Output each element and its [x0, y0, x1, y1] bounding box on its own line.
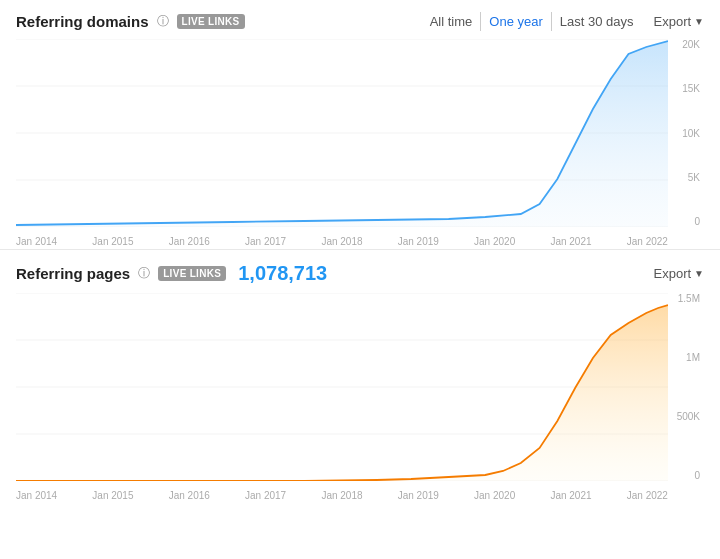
domains-area-fill — [16, 41, 668, 227]
domains-svg — [16, 39, 668, 227]
referring-domains-section: Referring domains ⓘ LIVE LINKS All time … — [0, 0, 720, 250]
filter-last-30-days[interactable]: Last 30 days — [552, 12, 642, 31]
pages-export-arrow-icon: ▼ — [694, 268, 704, 279]
pages-live-links-badge: LIVE LINKS — [158, 266, 226, 281]
referring-pages-count: 1,078,713 — [238, 262, 327, 285]
export-arrow-icon: ▼ — [694, 16, 704, 27]
domains-x-axis: Jan 2014 Jan 2015 Jan 2016 Jan 2017 Jan … — [16, 234, 668, 249]
title-group: Referring domains ⓘ LIVE LINKS — [16, 13, 245, 30]
pages-title-group: Referring pages ⓘ LIVE LINKS 1,078,713 — [16, 262, 327, 285]
pages-svg — [16, 293, 668, 481]
export-button-domains[interactable]: Export ▼ — [654, 14, 704, 29]
live-links-badge: LIVE LINKS — [177, 14, 245, 29]
domains-y-axis: 20K 15K 10K 5K 0 — [672, 39, 700, 227]
filter-one-year[interactable]: One year — [481, 12, 551, 31]
pages-chart-area — [16, 293, 668, 481]
referring-domains-header: Referring domains ⓘ LIVE LINKS All time … — [16, 12, 704, 31]
export-button-pages[interactable]: Export ▼ — [654, 266, 704, 281]
domains-chart-area — [16, 39, 668, 227]
time-filters: All time One year Last 30 days — [422, 12, 642, 31]
referring-pages-section: Referring pages ⓘ LIVE LINKS 1,078,713 E… — [0, 250, 720, 503]
referring-domains-chart: 20K 15K 10K 5K 0 Jan 2014 Jan 2015 Jan 2… — [16, 39, 704, 249]
info-icon[interactable]: ⓘ — [157, 13, 169, 30]
filter-all-time[interactable]: All time — [422, 12, 482, 31]
referring-domains-title: Referring domains — [16, 13, 149, 30]
referring-pages-title: Referring pages — [16, 265, 130, 282]
pages-area-fill — [16, 305, 668, 481]
referring-pages-chart: 1.5M 1M 500K 0 Jan 2014 Jan 2015 Jan 201… — [16, 293, 704, 503]
pages-y-axis: 1.5M 1M 500K 0 — [672, 293, 700, 481]
pages-x-axis: Jan 2014 Jan 2015 Jan 2016 Jan 2017 Jan … — [16, 488, 668, 503]
pages-info-icon[interactable]: ⓘ — [138, 265, 150, 282]
referring-pages-header: Referring pages ⓘ LIVE LINKS 1,078,713 E… — [16, 262, 704, 285]
